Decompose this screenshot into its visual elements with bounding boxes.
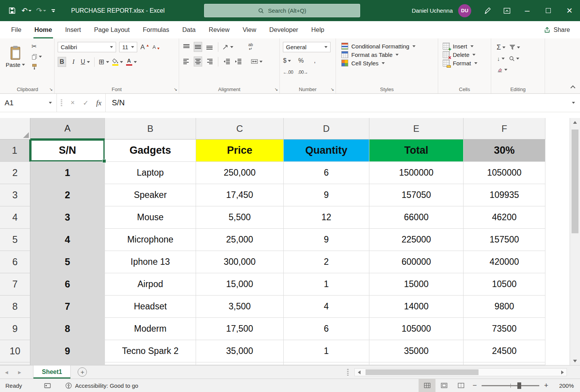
merge-center-button[interactable]	[251, 56, 263, 66]
cell-B4[interactable]: Mouse	[105, 206, 196, 229]
zoom-slider-thumb[interactable]	[517, 382, 521, 389]
row-header-11-partial[interactable]	[0, 362, 30, 365]
cell-A3[interactable]: 2	[30, 184, 105, 206]
zoom-level[interactable]: 200%	[554, 382, 574, 389]
expand-formula-bar-button[interactable]	[567, 102, 580, 104]
maximize-button[interactable]	[538, 0, 559, 21]
cut-button[interactable]: ✂	[32, 42, 42, 50]
row-header-2[interactable]: 2	[0, 162, 30, 184]
italic-button[interactable]: I	[69, 57, 78, 67]
cell-E3[interactable]: 157050	[369, 184, 464, 206]
fill-button[interactable]: ↓	[497, 53, 505, 63]
align-center-button[interactable]	[194, 56, 202, 66]
name-box[interactable]: A1	[0, 94, 57, 112]
pen-button[interactable]	[478, 0, 497, 21]
cell-E4[interactable]: 66000	[369, 206, 464, 229]
cell-C6[interactable]: 300,000	[196, 251, 284, 273]
underline-button[interactable]: U	[81, 57, 90, 67]
cell-styles-button[interactable]: Cell Styles	[341, 60, 435, 66]
formula-input[interactable]: S/N	[105, 94, 567, 112]
font-size-combo[interactable]: 11	[119, 42, 137, 52]
cell-B8[interactable]: Headset	[105, 296, 196, 318]
tab-splitter-handle[interactable]	[347, 369, 349, 375]
cell-C2[interactable]: 250,000	[196, 162, 284, 184]
cell-D9[interactable]: 6	[284, 318, 369, 340]
page-break-preview-button[interactable]	[452, 379, 469, 392]
tab-home[interactable]: Home	[28, 21, 59, 38]
macro-record-button[interactable]	[44, 383, 51, 388]
align-middle-button[interactable]	[194, 42, 202, 52]
cell-B1[interactable]: Gadgets	[105, 140, 196, 162]
tab-data[interactable]: Data	[176, 21, 202, 38]
cell-F10[interactable]: 24500	[464, 340, 545, 362]
row-header-3[interactable]: 3	[0, 184, 30, 206]
clipboard-dialog-launcher[interactable]: ↘	[49, 87, 53, 91]
cell-F4[interactable]: 46200	[464, 206, 545, 229]
insert-cells-button[interactable]: Insert	[443, 43, 488, 50]
cell-partial[interactable]	[196, 362, 284, 365]
cell-A5[interactable]: 4	[30, 229, 105, 251]
clear-button[interactable]	[497, 65, 507, 75]
tab-formulas[interactable]: Formulas	[136, 21, 176, 38]
column-header-B[interactable]: B	[105, 118, 196, 140]
cell-E7[interactable]: 15000	[369, 273, 464, 296]
orientation-button[interactable]	[223, 42, 233, 52]
cell-E6[interactable]: 600000	[369, 251, 464, 273]
align-left-button[interactable]	[182, 56, 191, 66]
number-dialog-launcher[interactable]: ↘	[331, 87, 334, 91]
undo-button[interactable]: ↶	[20, 4, 33, 17]
copy-button[interactable]	[32, 52, 42, 61]
redo-dropdown-icon[interactable]	[43, 10, 46, 12]
cell-D6[interactable]: 2	[284, 251, 369, 273]
comma-style-button[interactable]: ,	[311, 56, 319, 66]
cell-E9[interactable]: 105000	[369, 318, 464, 340]
cell-E1[interactable]: Total	[369, 140, 464, 162]
increase-decimal-button[interactable]: ←.00	[283, 67, 293, 77]
format-painter-button[interactable]	[32, 63, 42, 71]
cell-B5[interactable]: Microphone	[105, 229, 196, 251]
cell-D8[interactable]: 4	[284, 296, 369, 318]
cell-C1[interactable]: Price	[196, 140, 284, 162]
paste-button[interactable]: Paste	[4, 45, 27, 68]
cell-C7[interactable]: 15,000	[196, 273, 284, 296]
page-layout-view-button[interactable]	[435, 379, 452, 392]
horizontal-scrollbar-thumb[interactable]	[366, 369, 479, 375]
column-header-F[interactable]: F	[464, 118, 545, 140]
cell-D5[interactable]: 9	[284, 229, 369, 251]
cell-B7[interactable]: Airpod	[105, 273, 196, 296]
cell-F9[interactable]: 73500	[464, 318, 545, 340]
horizontal-scrollbar[interactable]	[354, 368, 567, 376]
collapse-ribbon-icon[interactable]	[570, 85, 575, 90]
cell-E8[interactable]: 14000	[369, 296, 464, 318]
align-top-button[interactable]	[182, 42, 191, 52]
format-as-table-button[interactable]: Format as Table	[341, 51, 435, 58]
row-header-7[interactable]: 7	[0, 273, 30, 296]
tab-help[interactable]: Help	[305, 21, 331, 38]
tab-insert[interactable]: Insert	[58, 21, 87, 38]
increase-font-size-button[interactable]: A	[140, 42, 149, 52]
close-button[interactable]: ×	[559, 0, 580, 21]
sheet-tab-sheet1[interactable]: Sheet1	[33, 365, 71, 379]
cell-partial[interactable]	[464, 362, 545, 365]
tab-review[interactable]: Review	[202, 21, 236, 38]
cell-A7[interactable]: 6	[30, 273, 105, 296]
tab-page-layout[interactable]: Page Layout	[88, 21, 136, 38]
cell-A2[interactable]: 1	[30, 162, 105, 184]
cell-D10[interactable]: 1	[284, 340, 369, 362]
row-header-10[interactable]: 10	[0, 340, 30, 362]
vertical-scrollbar-thumb[interactable]	[572, 130, 578, 233]
select-all-corner[interactable]	[0, 118, 30, 140]
scroll-right-button[interactable]	[558, 369, 567, 376]
cancel-button[interactable]: ×	[66, 94, 79, 112]
cell-C8[interactable]: 3,500	[196, 296, 284, 318]
font-name-combo[interactable]: Calibri	[58, 42, 116, 52]
accounting-format-button[interactable]: $	[283, 56, 291, 66]
delete-cells-button[interactable]: Delete	[443, 51, 488, 58]
user-name[interactable]: Daniel Uchenna	[412, 7, 453, 14]
cell-C10[interactable]: 35,000	[196, 340, 284, 362]
borders-button[interactable]: ⊞	[99, 57, 109, 67]
cell-partial[interactable]	[284, 362, 369, 365]
increase-indent-button[interactable]	[234, 56, 243, 66]
tab-file[interactable]: File	[5, 21, 28, 38]
cell-C5[interactable]: 25,000	[196, 229, 284, 251]
